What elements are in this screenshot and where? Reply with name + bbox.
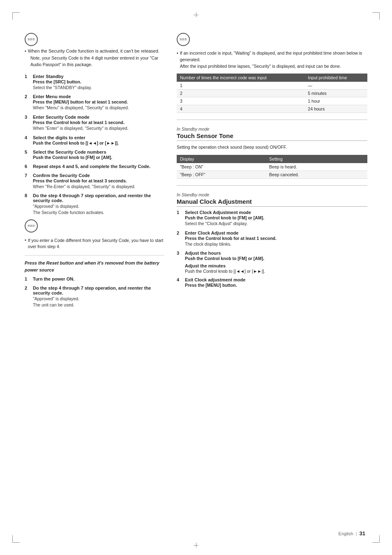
corner-mark-tl bbox=[12, 12, 20, 20]
clock-step-1: 1 Select Clock Adjustment mode Push the … bbox=[177, 210, 367, 227]
step-1-note: Select the "STANDBY" display. bbox=[33, 85, 164, 91]
clock-step-3-substep-detail: Push the Control knob to [|◄◄] or [►►|]. bbox=[185, 269, 367, 274]
clock-step-1-title: Select Clock Adjustment mode bbox=[185, 210, 367, 215]
step-4-content: Select the digits to enter Push the Cont… bbox=[33, 135, 164, 146]
corner-mark-bl bbox=[12, 535, 20, 543]
right-bullet-1: • If an incorrect code is input, "Waitin… bbox=[177, 50, 367, 69]
section1-title: Touch Sensor Tone bbox=[177, 132, 367, 141]
table1-header-2: Input prohibited time bbox=[304, 74, 367, 82]
step-4-num: 4 bbox=[25, 135, 30, 140]
right-bullet-text-2: After the input prohibited time lapses, … bbox=[180, 64, 341, 69]
table-cell: 1 bbox=[177, 82, 304, 90]
step-1-title: Enter Standby bbox=[33, 74, 164, 79]
divider-1 bbox=[177, 120, 367, 120]
prohibited-time-table: Number of times the incorrect code was i… bbox=[177, 74, 367, 113]
clock-step-4: 4 Exit Clock adjustment mode Press the [… bbox=[177, 277, 367, 288]
table1-header-1: Number of times the incorrect code was i… bbox=[177, 74, 304, 82]
table-row: "Beep : OFF"Beep canceled. bbox=[177, 171, 367, 179]
clock-step-2-content: Enter Clock Adjust mode Press the Contro… bbox=[185, 230, 367, 247]
step-4: 4 Select the digits to enter Push the Co… bbox=[25, 135, 164, 146]
bullet-section-1: • When the Security Code function is act… bbox=[25, 48, 164, 68]
clock-step-1-content: Select Clock Adjustment mode Push the Co… bbox=[185, 210, 367, 227]
corner-mark-br bbox=[372, 535, 380, 543]
clock-step-2-detail: Press the Control knob for at least 1 se… bbox=[185, 236, 367, 241]
right-bullet-text-1: If an incorrect code is input, "Waiting"… bbox=[180, 51, 362, 62]
step-3: 3 Enter Security Code mode Press the Con… bbox=[25, 115, 164, 131]
clock-step-4-detail: Press the [MENU] button. bbox=[185, 283, 367, 288]
table-row: 31 hour bbox=[177, 97, 367, 105]
step-7-num: 7 bbox=[25, 173, 30, 178]
reset-step-2: 2 Do the step 4 through 7 step operation… bbox=[25, 286, 164, 308]
clock-step-1-num: 1 bbox=[177, 210, 182, 215]
table-cell: Beep canceled. bbox=[266, 171, 367, 179]
icon-circle-right: ≡≡≡ bbox=[177, 33, 190, 46]
corner-mark-tr bbox=[372, 12, 380, 20]
steps-list: 1 Enter Standby Press the [SRC] button. … bbox=[25, 74, 164, 216]
table-cell: "Beep : ON" bbox=[177, 163, 266, 171]
step-6-title: Repeat steps 4 and 5, and complete the S… bbox=[33, 164, 164, 169]
page-number-area: English | 31 bbox=[339, 530, 365, 537]
reset-section: Press the Reset button and when it's rem… bbox=[25, 255, 164, 308]
clock-step-1-note: Select the "Clock Adjust" display. bbox=[185, 221, 367, 227]
step-4-detail: Push the Control knob to [|◄◄] or [►►|]. bbox=[33, 140, 164, 145]
step-5-content: Select the Security Code numbers Push th… bbox=[33, 150, 164, 160]
icon-circle-2: ≡≡≡ bbox=[25, 219, 38, 233]
reset-step-2-title: Do the step 4 through 7 step operation, … bbox=[33, 286, 164, 295]
step-5-title: Select the Security Code numbers bbox=[33, 150, 164, 154]
clock-step-2-note: The clock display blinks. bbox=[185, 241, 367, 247]
section2-title: Manual Clock Adjustment bbox=[177, 198, 367, 207]
bullet-note-1: Note, your Security Code is the 4 digit … bbox=[30, 55, 164, 68]
table-cell: 4 bbox=[177, 105, 304, 113]
clock-step-2-num: 2 bbox=[177, 230, 182, 235]
step-3-content: Enter Security Code mode Press the Contr… bbox=[33, 115, 164, 131]
clock-step-4-num: 4 bbox=[177, 277, 182, 282]
step-2-detail: Press the [MENU] button for at least 1 s… bbox=[33, 99, 164, 104]
step-2-num: 2 bbox=[25, 94, 30, 99]
table-row: "Beep : ON"Beep is heard. bbox=[177, 163, 367, 171]
clock-step-2: 2 Enter Clock Adjust mode Press the Cont… bbox=[177, 230, 367, 247]
section2-label: In Standby mode bbox=[177, 192, 367, 197]
bullet-dot-2: • bbox=[25, 237, 26, 251]
bullet-item-2: • If you enter a Code different from you… bbox=[25, 237, 164, 251]
bullet-text-1a: When the Security Code function is activ… bbox=[28, 48, 159, 53]
step-3-title: Enter Security Code mode bbox=[33, 115, 164, 120]
step-8-num: 8 bbox=[25, 193, 30, 198]
section1-description: Setting the operation check sound (beep … bbox=[177, 144, 367, 151]
table-cell: Beep is heard. bbox=[266, 163, 367, 171]
left-column: ≡≡≡ • When the Security Code function is… bbox=[25, 33, 164, 522]
clock-step-3: 3 Adjust the hours Push the Control knob… bbox=[177, 251, 367, 274]
clock-step-4-title: Exit Clock adjustment mode bbox=[185, 277, 367, 282]
step-4-title: Select the digits to enter bbox=[33, 135, 164, 140]
step-6-content: Repeat steps 4 and 5, and complete the S… bbox=[33, 164, 164, 169]
step-7: 7 Confirm the Security Code Press the Co… bbox=[25, 173, 164, 190]
step-7-content: Confirm the Security Code Press the Cont… bbox=[33, 173, 164, 190]
reset-step-2-note2: The unit can be used. bbox=[33, 302, 164, 308]
step-5-detail: Push the Control knob to [FM] or [AM]. bbox=[33, 155, 164, 160]
clock-step-2-title: Enter Clock Adjust mode bbox=[185, 230, 367, 235]
icon-circle-1: ≡≡≡ bbox=[25, 33, 38, 46]
table2-header-1: Display bbox=[177, 155, 266, 163]
reset-heading: Press the Reset button and when it's rem… bbox=[25, 260, 164, 273]
clock-step-3-substep: Adjust the minutes Push the Control knob… bbox=[185, 263, 367, 274]
table-cell: 1 hour bbox=[304, 97, 367, 105]
clock-step-3-num: 3 bbox=[177, 251, 182, 256]
clock-step-4-content: Exit Clock adjustment mode Press the [ME… bbox=[185, 277, 367, 288]
bullet-item-1: • When the Security Code function is act… bbox=[25, 48, 164, 53]
table-cell: — bbox=[304, 82, 367, 90]
clock-steps-list: 1 Select Clock Adjustment mode Push the … bbox=[177, 210, 367, 288]
table2-header-2: Setting bbox=[266, 155, 367, 163]
tone-table: Display Setting "Beep : ON"Beep is heard… bbox=[177, 155, 367, 179]
step-6-num: 6 bbox=[25, 164, 30, 169]
step-8-content: Do the step 4 through 7 step operation, … bbox=[33, 193, 164, 215]
step-5-num: 5 bbox=[25, 150, 30, 154]
reset-step-2-content: Do the step 4 through 7 step operation, … bbox=[33, 286, 164, 308]
table-cell: "Beep : OFF" bbox=[177, 171, 266, 179]
clock-step-3-title: Adjust the hours bbox=[185, 251, 367, 256]
page: ≡≡≡ • When the Security Code function is… bbox=[0, 0, 392, 555]
step-3-note: When "Enter" is displayed, "Security" is… bbox=[33, 125, 164, 131]
step-2-content: Enter Menu mode Press the [MENU] button … bbox=[33, 94, 164, 111]
right-column: ≡≡≡ • If an incorrect code is input, "Wa… bbox=[177, 33, 367, 522]
step-7-title: Confirm the Security Code bbox=[33, 173, 164, 178]
step-8-note1: "Approved" is displayed. bbox=[33, 203, 164, 210]
step-2-note: When "Menu" is displayed, "Security" is … bbox=[33, 105, 164, 111]
